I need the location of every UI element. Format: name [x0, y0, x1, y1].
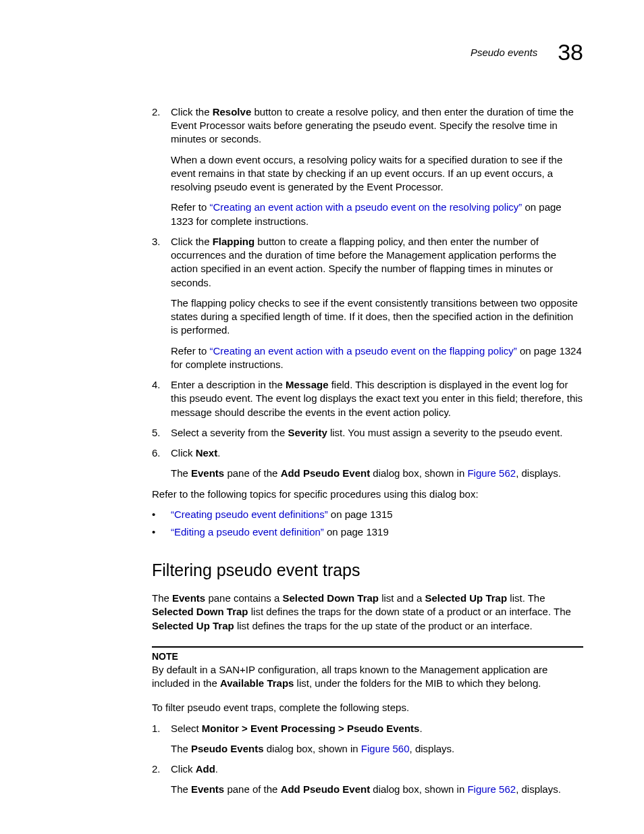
link-figure-560[interactable]: Figure 560: [361, 743, 410, 754]
steps-list-main: 2. Click the Resolve button to create a …: [152, 105, 583, 481]
link-figure-562b[interactable]: Figure 562: [467, 783, 516, 795]
step-text: Refer to “Creating an event action with …: [171, 344, 583, 372]
step-text: The Events pane of the Add Pseudo Event …: [171, 467, 583, 480]
section-paragraph: The Events pane contains a Selected Down…: [152, 592, 583, 633]
step-number: 5.: [152, 426, 161, 440]
refer-paragraph: Refer to the following topics for specif…: [152, 488, 583, 501]
list-item: “Editing a pseudo event definition” on p…: [171, 525, 583, 539]
list-item: “Creating pseudo event definitions” on p…: [171, 508, 583, 521]
filter-intro: To filter pseudo event traps, complete t…: [152, 701, 583, 714]
step-2: 2. Click the Resolve button to create a …: [152, 105, 583, 228]
step-4: 4. Enter a description in the Message fi…: [152, 378, 583, 419]
step-text: Click the Flapping button to create a fl…: [171, 235, 583, 290]
header-title: Pseudo events: [471, 46, 537, 59]
note-body: By default in a SAN+IP configuration, al…: [152, 663, 583, 691]
topic-links-list: “Creating pseudo event definitions” on p…: [171, 508, 583, 540]
step-number: 4.: [152, 378, 161, 392]
filter-step-1: 1. Select Monitor > Event Processing > P…: [152, 722, 583, 756]
steps-list-filter: 1. Select Monitor > Event Processing > P…: [152, 722, 583, 797]
step-text: Refer to “Creating an event action with …: [171, 201, 583, 228]
step-text: The Pseudo Events dialog box, shown in F…: [171, 742, 583, 756]
step-text: Click the Resolve button to create a res…: [171, 105, 583, 147]
link-editing-definition[interactable]: “Editing a pseudo event definition”: [171, 526, 324, 538]
step-text: The flapping policy checks to see if the…: [171, 296, 583, 338]
step-text: Select a severity from the Severity list…: [171, 426, 583, 440]
step-text: Enter a description in the Message field…: [171, 378, 583, 419]
section-heading: Filtering pseudo event traps: [152, 559, 583, 582]
step-text: When a down event occurs, a resolving po…: [171, 153, 583, 194]
step-number: 3.: [152, 235, 161, 249]
note-label: NOTE: [152, 650, 583, 663]
page: Pseudo events 38 2. Click the Resolve bu…: [0, 0, 644, 834]
step-3: 3. Click the Flapping button to create a…: [152, 235, 583, 371]
filter-step-2: 2. Click Add. The Events pane of the Add…: [152, 762, 583, 797]
link-figure-562[interactable]: Figure 562: [467, 467, 516, 479]
step-text: The Events pane of the Add Pseudo Event …: [171, 783, 583, 796]
step-5: 5. Select a severity from the Severity l…: [152, 426, 583, 440]
step-text: Select Monitor > Event Processing > Pseu…: [171, 722, 583, 735]
note-block: NOTE By default in a SAN+IP configuratio…: [152, 646, 583, 690]
step-text: Click Next.: [171, 446, 583, 460]
step-number: 2.: [152, 105, 161, 119]
link-resolving-policy[interactable]: “Creating an event action with a pseudo …: [210, 201, 522, 213]
step-number: 6.: [152, 446, 161, 460]
page-header: Pseudo events 38: [152, 37, 583, 68]
step-6: 6. Click Next. The Events pane of the Ad…: [152, 446, 583, 481]
step-number: 2.: [152, 762, 161, 776]
link-creating-definitions[interactable]: “Creating pseudo event definitions”: [171, 509, 328, 520]
chapter-number: 38: [558, 37, 583, 68]
link-flapping-policy[interactable]: “Creating an event action with a pseudo …: [210, 345, 517, 357]
step-number: 1.: [152, 722, 161, 735]
step-text: Click Add.: [171, 762, 583, 776]
